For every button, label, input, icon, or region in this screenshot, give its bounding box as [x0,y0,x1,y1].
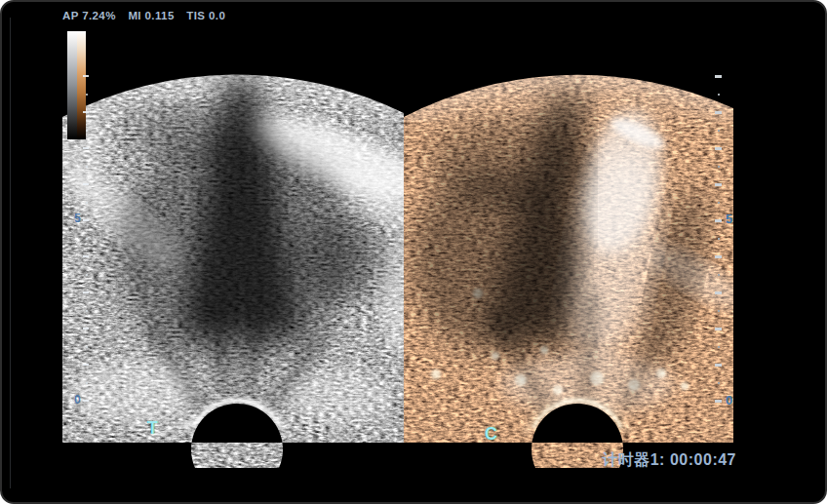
depth-tick-minor [718,238,721,241]
mechanical-index-value: MI 0.115 [128,10,174,21]
right-depth-label-5: 5 [726,212,732,226]
depth-tick-major [715,291,722,294]
right-depth-label-0: 0 [726,393,732,407]
image-canvas [2,2,827,504]
right-depth-scale: 5 0 [715,71,740,410]
ultrasound-display: AP 7.24% MI 0.115 TIS 0.0 5 0 5 0 T C 计时… [0,0,827,504]
depth-tick-minor [718,382,721,385]
depth-tick-major [83,111,89,113]
left-depth-scale: 5 0 [74,71,99,410]
depth-tick-major [83,219,89,221]
depth-tick-minor [86,382,88,384]
depth-tick-minor [718,310,721,313]
acoustic-power-value: AP 7.24% [62,10,116,21]
depth-tick-minor [86,94,88,96]
depth-tick-minor [718,94,721,97]
depth-tick-major [715,75,722,78]
depth-tick-minor [86,310,88,312]
timer-label: 计时器1: [602,451,665,468]
left-depth-label-0: 0 [74,393,81,407]
timer-value: 00:00:47 [670,451,736,468]
depth-tick-major [83,183,89,185]
depth-tick-major [83,291,89,293]
depth-tick-major [715,111,722,114]
depth-tick-minor [86,166,88,168]
depth-tick-major [83,328,89,330]
depth-tick-major [715,147,722,150]
depth-tick-minor [86,274,88,276]
depth-tick-minor [718,202,721,205]
depth-tick-major [83,147,89,149]
contrast-image[interactable] [402,58,752,448]
acoustic-output-status: AP 7.24% MI 0.115 TIS 0.0 [62,10,234,21]
depth-tick-major [715,219,722,222]
depth-tick-minor [718,274,721,277]
depth-tick-minor [718,166,721,169]
contrast-image-marker: C [485,424,497,445]
depth-tick-minor [86,238,88,240]
depth-tick-major [83,75,89,77]
bmode-image[interactable] [54,58,455,448]
depth-tick-minor [718,130,721,133]
depth-tick-major [83,400,89,402]
depth-tick-major [715,328,722,330]
left-depth-label-5: 5 [74,212,81,225]
depth-tick-major [715,400,722,403]
thermal-index-value: TIS 0.0 [186,10,225,21]
depth-tick-major [83,364,89,366]
depth-tick-major [715,183,722,186]
depth-tick-minor [86,130,88,132]
depth-tick-major [715,255,722,258]
depth-tick-major [715,364,722,367]
depth-tick-major [83,255,89,257]
contrast-timer: 计时器1:00:00:47 [602,450,736,471]
depth-tick-minor [718,346,721,349]
tissue-image-marker: T [147,418,158,439]
depth-tick-minor [86,346,88,348]
depth-tick-minor [86,202,88,204]
